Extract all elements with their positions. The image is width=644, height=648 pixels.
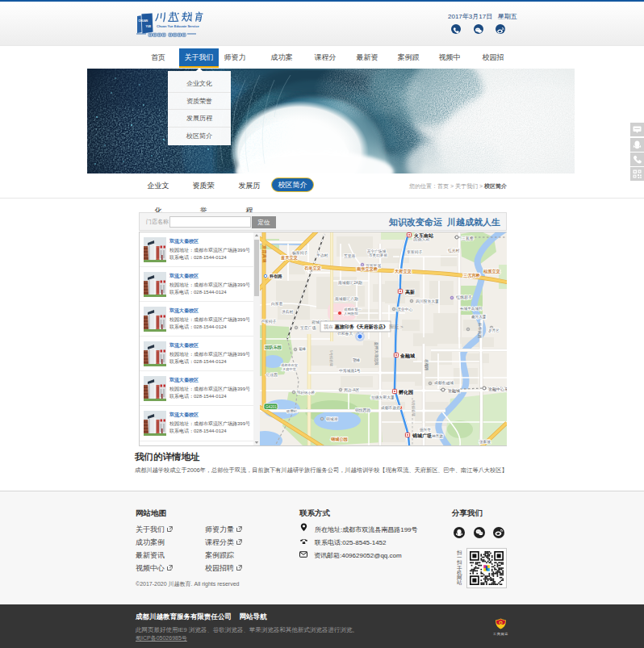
svg-text:高新: 高新 bbox=[405, 289, 415, 295]
svg-text:人民医院: 人民医院 bbox=[344, 311, 358, 316]
svg-text:科创路: 科创路 bbox=[269, 274, 282, 279]
svg-text:石羊立交: 石羊立交 bbox=[303, 265, 322, 271]
svg-text:YUE: YUE bbox=[146, 25, 152, 28]
svg-text:三瓦窑: 三瓦窑 bbox=[462, 236, 474, 241]
svg-text:李家祠子: 李家祠子 bbox=[407, 249, 422, 255]
svg-text:我在 惠旅印务《天府新谷店》 附近 >: 我在 惠旅印务《天府新谷店》 附近 > bbox=[324, 324, 404, 330]
svg-text:蓝天立交: 蓝天立交 bbox=[280, 255, 299, 261]
svg-text:火车南站: 火车南站 bbox=[413, 232, 434, 239]
svg-text:长城半岛城邦: 长城半岛城邦 bbox=[460, 307, 483, 311]
svg-text:孵化园: 孵化园 bbox=[398, 389, 413, 395]
svg-text:宝星广场: 宝星广场 bbox=[300, 325, 316, 331]
svg-text:天府中学: 天府中学 bbox=[282, 367, 297, 371]
svg-text:G4201: G4201 bbox=[266, 405, 277, 409]
svg-text:红旗超市: 红旗超市 bbox=[456, 295, 472, 300]
svg-text:8号线在建: 8号线在建 bbox=[412, 400, 416, 417]
svg-text:紫峰: 紫峰 bbox=[299, 347, 307, 351]
svg-text:茂业中心: 茂业中心 bbox=[397, 307, 412, 311]
svg-text:锦城公园: 锦城公园 bbox=[330, 437, 348, 442]
svg-text:拉德方斯大厦: 拉德方斯大厦 bbox=[371, 395, 395, 400]
svg-text:卢家祠子: 卢家祠子 bbox=[261, 319, 276, 324]
svg-text:中海城南1号: 中海城南1号 bbox=[339, 369, 361, 373]
svg-text:Chuan Yue Educate Service: Chuan Yue Educate Service bbox=[157, 24, 199, 28]
svg-text:洪石村: 洪石村 bbox=[282, 309, 294, 315]
svg-text:天府立交: 天府立交 bbox=[394, 269, 412, 274]
svg-text:京昆高速: 京昆高速 bbox=[261, 245, 267, 264]
svg-text:收费站: 收费站 bbox=[286, 409, 298, 413]
svg-text:桂溪立交: 桂溪立交 bbox=[483, 269, 501, 274]
svg-text:五里庙: 五里庙 bbox=[344, 253, 356, 258]
svg-text:锦城湖: 锦城湖 bbox=[326, 416, 338, 421]
svg-text:三兀宫桥: 三兀宫桥 bbox=[463, 273, 481, 278]
svg-text:金融中心东: 金融中心东 bbox=[488, 387, 507, 392]
svg-text:工商网监: 工商网监 bbox=[493, 632, 508, 636]
svg-text:5号线在建: 5号线在建 bbox=[329, 350, 333, 367]
svg-text:金融城: 金融城 bbox=[399, 353, 416, 359]
svg-text:伦轩锦小桥: 伦轩锦小桥 bbox=[297, 391, 316, 395]
svg-text:望峰: 望峰 bbox=[353, 357, 361, 362]
svg-text:国防乐园: 国防乐园 bbox=[265, 345, 282, 350]
svg-text:成都市政府: 成都市政府 bbox=[381, 405, 400, 411]
svg-text:金融城: 金融城 bbox=[448, 388, 460, 394]
svg-text:锦城广场: 锦城广场 bbox=[412, 433, 432, 439]
svg-text:CHUAN: CHUAN bbox=[139, 19, 148, 23]
svg-text:锦悦西路: 锦悦西路 bbox=[355, 408, 370, 413]
svg-text:四川投资大厦: 四川投资大厦 bbox=[416, 299, 439, 304]
svg-text:南华立交桥: 南华立交桥 bbox=[356, 266, 378, 272]
svg-text:白家巷: 白家巷 bbox=[271, 301, 283, 306]
svg-text:鑫河大厦: 鑫河大厦 bbox=[471, 314, 487, 320]
